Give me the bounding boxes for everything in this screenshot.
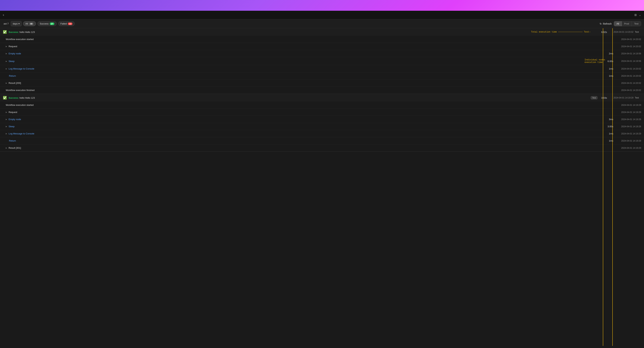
- toolbar: ast 7 days ▾ All 40 Success 27 Failed 13…: [0, 19, 644, 28]
- row-date-result-2: 2024-04-01 14:19:29: [616, 147, 641, 149]
- row-time-empty-node-2: 3ms: [605, 118, 613, 121]
- row-date-sleep-2: 2024-04-01 14:19:26: [616, 125, 641, 128]
- expand-icon-request-2[interactable]: ▶: [6, 111, 7, 113]
- filter-failed-badge: 13: [68, 22, 72, 25]
- filter-success-badge: 27: [50, 22, 54, 25]
- row-name-empty-node-1: Empty node: [8, 52, 605, 55]
- titlebar: s ⊞ ⌄: [0, 11, 644, 19]
- past-label: ast 7: [3, 22, 9, 25]
- row-log-message-1[interactable]: ▶ Log Message to Console 1ms 2024-04-01 …: [0, 65, 644, 72]
- row-date-workflow-started-2: 2024-04-01 14:19:29: [616, 104, 641, 106]
- row-name-result-1: Result [200]: [8, 82, 605, 84]
- env-all-button[interactable]: All: [614, 21, 622, 26]
- row-date-sleep-1: 2024-04-01 14:19:56: [616, 60, 641, 62]
- filter-failed-button[interactable]: Failed 13: [58, 21, 75, 26]
- env-test-button[interactable]: Test: [632, 21, 641, 26]
- titlebar-right: ⊞ ⌄: [634, 13, 641, 17]
- row-name-log-2: Log Message to Console: [8, 132, 605, 135]
- row-workflow-finished-1: Workflow execution finished 2024-04-01 1…: [0, 87, 644, 94]
- exec-header-1[interactable]: ✅ Success: hello Hello 123 Total executi…: [0, 28, 644, 36]
- expand-icon-sleep-1[interactable]: ▶: [6, 60, 7, 62]
- row-empty-node-1[interactable]: ▶ Empty node 2ms 2024-04-01 14:19:56: [0, 50, 644, 57]
- test-badge-2: Test: [591, 96, 598, 99]
- gradient-bar: [0, 0, 644, 11]
- success-label-2: Success:: [8, 96, 19, 99]
- row-workflow-started-2: Workflow execution started 2024-04-01 14…: [0, 101, 644, 109]
- chevron-down-icon[interactable]: ⌄: [639, 13, 641, 17]
- toolbar-left: ast 7 days ▾ All 40 Success 27 Failed 13: [3, 21, 75, 26]
- exec-name-2: hello Hello 123: [20, 96, 35, 99]
- expand-icon-log-2[interactable]: ▶: [6, 133, 7, 135]
- exec-title-2: Success: hello Hello 123: [8, 96, 589, 99]
- row-name-empty-node-2: Empty node: [8, 118, 605, 121]
- expand-icon-empty-node-2[interactable]: ▶: [6, 118, 7, 120]
- row-time-sleep-1: 6.00s: [605, 60, 613, 62]
- row-date-request-1: 2024-04-01 14:20:02: [616, 45, 641, 48]
- exec-title-1: Success: hello Hello 123: [8, 31, 529, 33]
- total-exec-time-annotation: Total execution time ———————————————————…: [531, 31, 590, 33]
- row-empty-node-2[interactable]: ▶ Empty node 3ms 2024-04-01 14:19:26: [0, 116, 644, 123]
- expand-icon-result-1[interactable]: ▶: [6, 82, 7, 84]
- row-date-return-1: 2024-04-01 14:20:02: [616, 75, 641, 77]
- exec-header-2[interactable]: ✅ Success: hello Hello 123 Test 3.03s 20…: [0, 94, 644, 101]
- row-date-request-2: 2024-04-01 14:19:29: [616, 111, 641, 113]
- row-name-return-2: Return: [9, 139, 605, 142]
- days-chevron-icon: ▾: [18, 22, 20, 25]
- row-workflow-started-1: Workflow execution started 2024-04-01 14…: [0, 36, 644, 43]
- row-result-301[interactable]: ▶ Result [301] 2024-04-01 14:19:29: [0, 144, 644, 152]
- exec-group-2: ✅ Success: hello Hello 123 Test 3.03s 20…: [0, 94, 644, 152]
- exec-date-2: 2024-04-01 14:19:29: [608, 96, 634, 99]
- row-name-workflow-finished-1: Workflow execution finished: [6, 89, 605, 91]
- row-name-log-1: Log Message to Console: [8, 67, 605, 70]
- row-date-log-1: 2024-04-01 14:20:02: [616, 67, 641, 70]
- refresh-label: Refresh: [603, 22, 612, 25]
- row-log-message-2[interactable]: ▶ Log Message to Console 1ms 2024-04-01 …: [0, 130, 644, 137]
- row-name-sleep-1: Sleep: [8, 60, 574, 62]
- filter-success-label: Success: [40, 22, 48, 25]
- row-name-return-1: Return: [9, 74, 605, 77]
- expand-icon-empty-node-1[interactable]: ▶: [6, 52, 7, 54]
- filter-failed-label: Failed: [60, 22, 67, 25]
- row-time-empty-node-1: 2ms: [605, 52, 613, 55]
- exec-meta-2: Test 3.03s 2024-04-01 14:19:29 Test: [591, 96, 641, 99]
- expand-icon-log-1[interactable]: ▶: [6, 68, 7, 70]
- env-filter: All Prod Test: [614, 21, 641, 26]
- row-date-log-2: 2024-04-01 14:19:29: [616, 132, 641, 135]
- success-icon-1: ✅: [3, 30, 7, 34]
- app-container: s ⊞ ⌄ ast 7 days ▾ All 40 Success 27 Fai…: [0, 11, 644, 346]
- env-prod-button[interactable]: Prod: [622, 21, 632, 26]
- filter-all-label: All: [26, 22, 28, 25]
- row-return-1: Return 1ms 2024-04-01 14:20:02: [0, 72, 644, 79]
- row-result-200[interactable]: ▶ Result [200] 2024-04-01 14:20:02: [0, 79, 644, 87]
- filter-all-badge: 40: [29, 22, 34, 25]
- row-return-2: Return 1ms 2024-04-01 14:19:29: [0, 137, 644, 144]
- row-sleep-1[interactable]: ▶ Sleep Individual nodesexecution time 6…: [0, 57, 644, 65]
- expand-icon-sleep-2[interactable]: ▶: [6, 125, 7, 127]
- toolbar-right: ↻ Refresh All Prod Test: [600, 21, 641, 26]
- row-request-2[interactable]: ▶ Request 2024-04-01 14:19:29: [0, 109, 644, 116]
- filter-all-button[interactable]: All 40: [23, 21, 36, 26]
- row-time-return-1: 1ms: [605, 74, 613, 77]
- row-name-result-2: Result [301]: [8, 147, 605, 149]
- days-selector[interactable]: days ▾: [11, 21, 22, 26]
- execution-list: ✅ Success: hello Hello 123 Total executi…: [0, 28, 644, 346]
- exec-name-1: hello Hello 123: [20, 31, 35, 33]
- titlebar-left-text: s: [3, 13, 4, 16]
- row-date-workflow-finished-1: 2024-04-01 14:20:02: [616, 89, 641, 91]
- success-icon-2: ✅: [3, 96, 7, 100]
- row-name-request-2: Request: [8, 111, 605, 113]
- row-name-workflow-started-1: Workflow execution started: [6, 38, 605, 40]
- filter-success-button[interactable]: Success 27: [38, 21, 56, 26]
- exec-group-1: ✅ Success: hello Hello 123 Total executi…: [0, 28, 644, 94]
- refresh-button[interactable]: ↻ Refresh: [600, 22, 612, 25]
- individual-nodes-annotation: Individual nodesexecution time: [584, 59, 605, 64]
- days-label: days: [13, 22, 18, 25]
- row-request-1[interactable]: ▶ Request 2024-04-01 14:20:02: [0, 43, 644, 50]
- expand-icon-request-1[interactable]: ▶: [6, 45, 7, 47]
- row-sleep-2[interactable]: ▶ Sleep 3.00s 2024-04-01 14:19:26: [0, 123, 644, 130]
- row-date-empty-node-2: 2024-04-01 14:19:26: [616, 118, 641, 121]
- row-date-result-1: 2024-04-01 14:20:02: [616, 82, 641, 84]
- row-time-log-2: 1ms: [605, 132, 613, 135]
- expand-icon-result-2[interactable]: ▶: [6, 147, 7, 149]
- expand-icon[interactable]: ⊞: [634, 13, 637, 17]
